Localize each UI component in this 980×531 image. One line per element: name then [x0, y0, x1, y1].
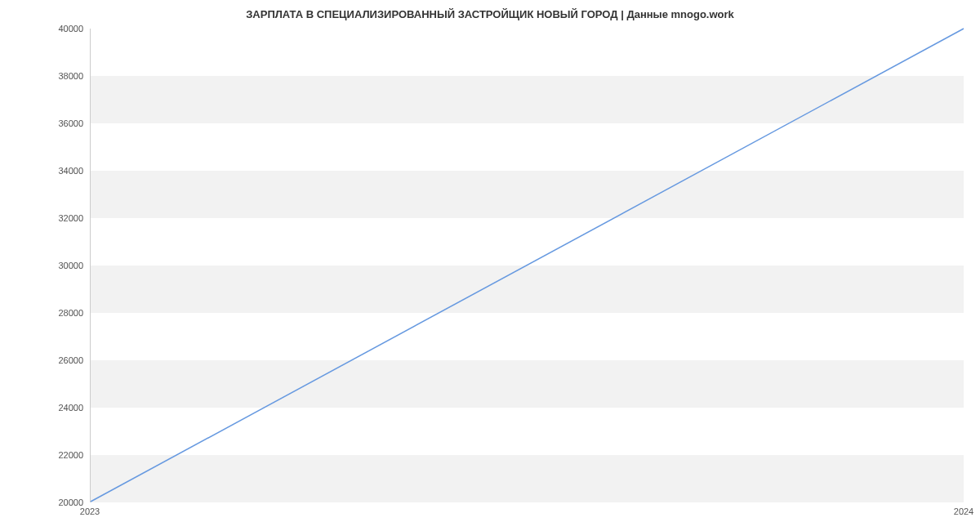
- chart-title: ЗАРПЛАТА В СПЕЦИАЛИЗИРОВАННЫЙ ЗАСТРОЙЩИК…: [0, 0, 980, 20]
- line-layer: [91, 29, 964, 502]
- x-tick-label: 2024: [954, 506, 973, 516]
- plot-frame: [90, 29, 964, 502]
- y-tick-label: 22000: [58, 450, 83, 460]
- chart-plot-area: 2000022000240002600028000300003200034000…: [90, 29, 964, 502]
- y-tick-label: 24000: [58, 403, 83, 413]
- y-tick-label: 36000: [58, 118, 83, 128]
- y-tick-label: 40000: [58, 24, 83, 33]
- x-tick-label: 2023: [80, 506, 100, 516]
- y-tick-label: 28000: [58, 308, 83, 318]
- data-line: [91, 29, 964, 502]
- y-tick-label: 26000: [58, 355, 83, 365]
- y-tick-label: 38000: [58, 71, 83, 81]
- y-tick-label: 30000: [58, 261, 83, 270]
- y-tick-label: 32000: [58, 213, 83, 223]
- y-tick-label: 34000: [58, 166, 83, 176]
